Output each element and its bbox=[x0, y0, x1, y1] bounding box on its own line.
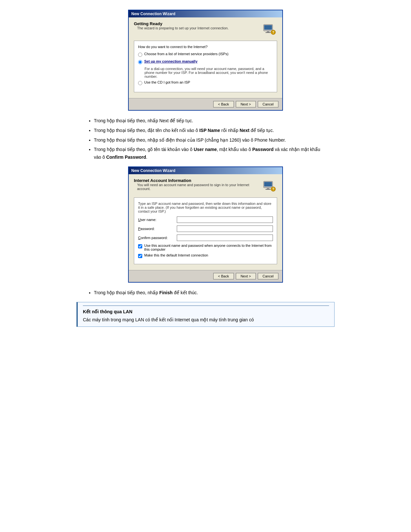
use-account-label: Use this account name and password when … bbox=[144, 244, 273, 251]
wizard-footer-1: < Back Next > Cancel bbox=[129, 98, 282, 110]
wizard-icon-1: ? bbox=[262, 21, 277, 37]
next-button-1[interactable]: Next > bbox=[236, 101, 256, 107]
radio-cd[interactable] bbox=[138, 81, 142, 85]
checkbox-row-1[interactable]: Use this account name and password when … bbox=[138, 244, 273, 251]
password-row: Password: bbox=[138, 226, 273, 232]
radio-option-3[interactable]: Use the CD I got from an ISP bbox=[138, 80, 273, 85]
wizard-title-1: New Connection Wizard bbox=[131, 12, 175, 16]
radio-isp-list-label: Choose from a list of Internet service p… bbox=[144, 52, 228, 56]
username-label: User name: bbox=[138, 218, 177, 222]
svg-text:?: ? bbox=[272, 187, 274, 191]
svg-rect-3 bbox=[266, 32, 271, 33]
default-connection-checkbox[interactable] bbox=[138, 254, 142, 258]
bullet-list-2: Trong hộp thoại tiếp theo, nhấp Finish đ… bbox=[86, 289, 325, 297]
wizard-heading-2: Internet Account Information bbox=[134, 178, 262, 183]
use-account-checkbox[interactable] bbox=[138, 244, 142, 248]
bullet-item-3: Trong hộp thoại tiếp theo, nhập số điện … bbox=[94, 136, 325, 144]
wizard-content-2: Type an ISP account name and password, t… bbox=[134, 197, 277, 264]
wizard-dialog-2: New Connection Wizard Internet Account I… bbox=[128, 166, 283, 283]
bullet-item-1: Trong hộp thoại tiếp theo, nhấp Next để … bbox=[94, 117, 325, 125]
confirm-label: Confirm password: bbox=[138, 236, 177, 240]
password-bold: Password bbox=[252, 147, 274, 152]
cancel-button-1[interactable]: Cancel bbox=[258, 101, 278, 107]
confirm-input[interactable] bbox=[177, 235, 273, 241]
wizard-titlebar-2: New Connection Wizard bbox=[129, 167, 282, 174]
finish-bold: Finish bbox=[159, 290, 173, 295]
bullet-list-1: Trong hộp thoại tiếp theo, nhấp Next để … bbox=[86, 117, 325, 161]
note-divider bbox=[83, 306, 329, 306]
default-connection-label: Make this the default Internet connectio… bbox=[144, 253, 208, 257]
checkbox-row-2[interactable]: Make this the default Internet connectio… bbox=[138, 253, 273, 258]
username-row: User name: bbox=[138, 216, 273, 223]
wizard-titlebar-1: New Connection Wizard bbox=[129, 10, 282, 17]
isp-name-bold: ISP Name bbox=[199, 128, 220, 133]
note-content: Các máy tính trong mạng LAN có thể kết n… bbox=[83, 316, 329, 323]
cancel-button-2[interactable]: Cancel bbox=[258, 273, 278, 279]
wizard-title-2: New Connection Wizard bbox=[131, 168, 175, 173]
wizard-dialog-1: New Connection Wizard Getting Ready The … bbox=[128, 10, 283, 111]
radio-cd-label: Use the CD I got from an ISP bbox=[144, 80, 190, 84]
password-input[interactable] bbox=[177, 226, 273, 232]
svg-rect-1 bbox=[264, 25, 272, 30]
wizard-icon-2: ? bbox=[262, 178, 277, 194]
password-label: Password: bbox=[138, 227, 177, 231]
next-button-2[interactable]: Next > bbox=[236, 273, 256, 279]
bullet-section-2: Trong hộp thoại tiếp theo, nhấp Finish đ… bbox=[83, 289, 328, 297]
note-box: Kết nối thông qua LAN Các máy tính trong… bbox=[76, 302, 335, 327]
svg-text:?: ? bbox=[272, 31, 274, 34]
radio-manual-label: Set up my connection manually bbox=[144, 59, 197, 63]
bullet-item-2: Trong hộp thoại tiếp theo, đặt tên cho k… bbox=[94, 127, 325, 135]
wizard-subheading-2: You will need an account name and passwo… bbox=[137, 183, 262, 191]
wizard-content-1: How do you want to connect to the Intern… bbox=[134, 41, 277, 92]
bullet-section-1: Trong hộp thoại tiếp theo, nhấp Next để … bbox=[83, 117, 328, 161]
radio-manual[interactable] bbox=[138, 60, 142, 64]
bullet-item-4: Trong hộp thoại tiếp theo, gõ tên tài kh… bbox=[94, 146, 325, 161]
confirm-row: Confirm password: bbox=[138, 235, 273, 241]
note-title: Kết nối thông qua LAN bbox=[83, 309, 329, 314]
wizard-footer-2: < Back Next > Cancel bbox=[129, 270, 282, 282]
confirm-password-bold: Confirm Password bbox=[106, 155, 146, 160]
back-button-2[interactable]: < Back bbox=[213, 273, 234, 279]
radio-option-1[interactable]: Choose from a list of Internet service p… bbox=[138, 52, 273, 57]
svg-rect-9 bbox=[266, 189, 271, 190]
svg-rect-8 bbox=[267, 188, 269, 189]
svg-rect-7 bbox=[264, 182, 272, 186]
radio-option-2[interactable]: Set up my connection manually bbox=[138, 59, 273, 64]
wizard-heading-1: Getting Ready bbox=[134, 21, 229, 26]
radio-manual-desc: For a dial-up connection, you will need … bbox=[145, 67, 273, 78]
user-name-bold: User name bbox=[194, 147, 217, 152]
next-bold-1: Next bbox=[240, 128, 249, 133]
bullet-finish: Trong hộp thoại tiếp theo, nhấp Finish đ… bbox=[94, 289, 325, 297]
username-input[interactable] bbox=[177, 216, 273, 223]
svg-rect-2 bbox=[267, 31, 269, 32]
wizard-question: How do you want to connect to the Intern… bbox=[138, 45, 273, 49]
radio-isp-list[interactable] bbox=[138, 53, 142, 57]
wizard-info-text: Type an ISP account name and password, t… bbox=[138, 202, 273, 213]
back-button-1[interactable]: < Back bbox=[213, 101, 234, 107]
wizard-subheading-1: The wizard is preparing to set up your I… bbox=[137, 26, 229, 30]
